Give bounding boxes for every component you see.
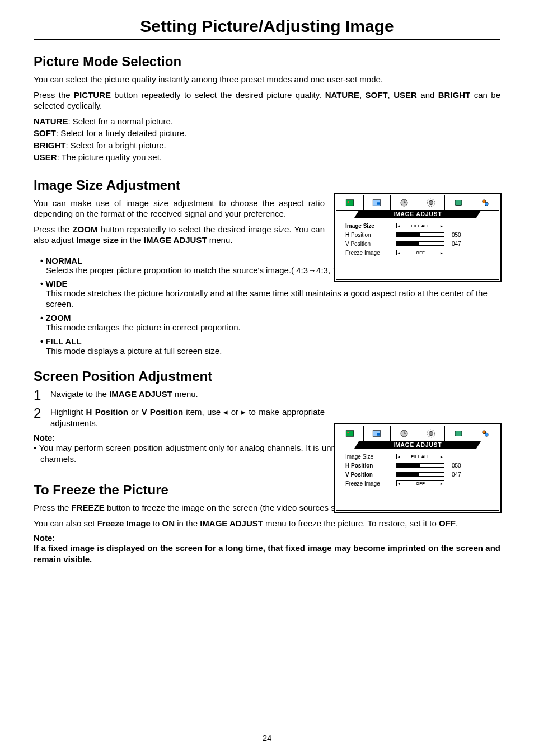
spa-heading: Screen Position Adjustment <box>34 368 500 384</box>
page-title: Setting Picture/Adjusting Image <box>34 17 500 40</box>
right-arrow-icon: ▸ <box>441 482 443 486</box>
image-size-label: Image size <box>76 235 119 245</box>
tab-system-icon <box>472 426 499 441</box>
step-number: 1 <box>34 389 45 402</box>
tab-pip-icon <box>364 195 391 210</box>
tab-clock-icon <box>391 195 418 210</box>
text: Press the <box>34 503 72 512</box>
page-number: 24 <box>0 733 534 743</box>
svg-point-13 <box>347 432 349 433</box>
text: Note <box>34 533 52 543</box>
svg-point-10 <box>483 200 486 203</box>
off-label: OFF <box>439 519 456 528</box>
desc: : Select for a bright picture. <box>66 141 166 150</box>
mode-nature: NATURE <box>325 90 359 100</box>
pms-nature-line: NATURE: Select for a normal picture. <box>34 116 500 127</box>
svg-rect-9 <box>455 200 462 206</box>
step-text: Navigate to the IMAGE ADJUST menu. <box>50 389 198 400</box>
mode-title: WIDE <box>40 279 68 288</box>
isa-p1: You can make use of image size adjustmen… <box>34 198 325 220</box>
vpos-label: V Position <box>142 407 183 417</box>
hpos-label: H Position <box>86 407 128 417</box>
value: ◂OFF▸ <box>392 250 448 255</box>
mode-title: ZOOM <box>40 313 71 323</box>
text: in the <box>175 519 200 528</box>
tab-clock-icon <box>391 426 418 441</box>
sel-text: OFF <box>416 481 425 486</box>
svg-point-11 <box>485 202 489 206</box>
desc: : Select for a finely detailed picture. <box>56 128 186 138</box>
row-freeze: Freeze Image ◂OFF▸ <box>345 248 493 257</box>
mode-desc: This mode stretches the picture horizont… <box>40 288 500 310</box>
tab-picture-icon <box>336 426 364 441</box>
svg-point-19 <box>429 431 434 436</box>
num: 050 <box>448 232 471 238</box>
value: ◂FILL ALL▸ <box>392 223 448 228</box>
slider <box>392 241 448 246</box>
text: . <box>456 519 458 528</box>
mode-title: NORMAL <box>40 256 82 265</box>
svg-rect-21 <box>455 431 462 436</box>
mode-soft: SOFT <box>366 90 388 100</box>
freeze-btn-label: FREEZE <box>72 503 105 512</box>
row-v-position: V Position 047 <box>345 470 493 479</box>
label: NATURE <box>34 116 68 126</box>
desc: : Select for a normal picture. <box>68 116 173 126</box>
osd-body: Image Size ◂FILL ALL▸ H Position 050 V P… <box>336 449 499 510</box>
label: V Position <box>345 241 392 247</box>
pms-heading: Picture Mode Selection <box>34 54 500 69</box>
tab-option-icon <box>445 426 472 441</box>
svg-point-7 <box>429 200 434 205</box>
pms-soft-line: SOFT: Select for a finely detailed pictu… <box>34 128 500 139</box>
text: Note <box>34 433 52 442</box>
osd-banner: IMAGE ADJUST <box>336 211 499 218</box>
row-image-size: Image Size ◂FILL ALL▸ <box>345 452 493 461</box>
label: SOFT <box>34 128 56 138</box>
osd-tabs <box>336 195 499 211</box>
svg-point-23 <box>485 433 489 436</box>
left-arrow-icon: ◂ <box>398 482 400 486</box>
text: Highlight <box>50 407 86 417</box>
step-number: 2 <box>34 407 45 420</box>
mode-desc: This mode displays a picture at full scr… <box>40 346 500 357</box>
pms-press: Press the PICTURE button repeatedly to s… <box>34 90 500 111</box>
label: Freeze Image <box>345 250 392 256</box>
isa-heading: Image Size Adjustment <box>34 178 500 193</box>
sel-text: FILL ALL <box>411 223 430 228</box>
text: menu. <box>207 235 233 245</box>
left-arrow-icon: ◂ <box>398 224 400 228</box>
menu-label: IMAGE ADJUST <box>200 519 263 528</box>
row-h-position: H Position 050 <box>345 230 493 239</box>
mode-wide: WIDE This mode stretches the picture hor… <box>40 279 500 310</box>
slider <box>392 232 448 237</box>
banner-text: IMAGE ADJUST <box>393 442 442 448</box>
text: and <box>417 90 438 100</box>
slider <box>392 472 448 477</box>
mode-fillall: FILL ALL This mode displays a picture at… <box>40 337 500 357</box>
text: or <box>128 407 142 417</box>
left-arrow-icon: ◂ <box>398 251 400 255</box>
row-freeze: Freeze Image ◂OFF▸ <box>345 479 493 488</box>
mode-bright: BRIGHT <box>438 90 471 100</box>
label: H Position <box>345 232 392 238</box>
svg-point-22 <box>483 431 486 434</box>
tab-system-icon <box>472 195 499 210</box>
picture-btn-label: PICTURE <box>74 90 111 100</box>
row-image-size: Image Size ◂FILL ALL▸ <box>345 221 493 230</box>
text: menu. <box>172 389 198 399</box>
osd-image-adjust-2: IMAGE ADJUST Image Size ◂FILL ALL▸ H Pos… <box>334 423 502 513</box>
text: Navigate to the <box>50 389 109 399</box>
svg-rect-0 <box>346 200 354 206</box>
osd-tabs <box>336 426 499 441</box>
label: USER <box>34 152 57 162</box>
osd-banner: IMAGE ADJUST <box>336 441 499 449</box>
text: , <box>359 90 366 100</box>
sel-text: FILL ALL <box>411 454 430 459</box>
pms-user-line: USER: The picture quality you set. <box>34 152 500 163</box>
mode-title: FILL ALL <box>40 337 82 346</box>
step-1: 1 Navigate to the IMAGE ADJUST menu. <box>34 389 325 402</box>
osd-image-adjust-1: IMAGE ADJUST Image Size ◂FILL ALL▸ H Pos… <box>334 193 502 282</box>
text: , <box>388 90 394 100</box>
value: ◂FILL ALL▸ <box>392 454 448 459</box>
on-label: ON <box>162 519 175 528</box>
